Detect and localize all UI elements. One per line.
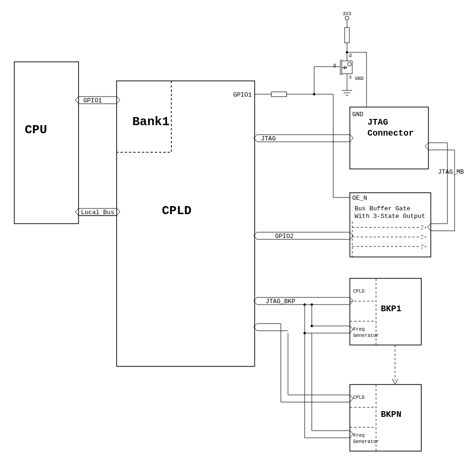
jtagmb-bus <box>425 143 455 231</box>
conn-gnd-label: GND <box>352 111 364 118</box>
mosfet-s: s <box>349 75 352 80</box>
resistor-r1 <box>345 28 349 43</box>
buffer-l2: With 3-State Output <box>355 213 425 220</box>
cpld-label: CPLD <box>162 204 191 218</box>
cpu-label: CPU <box>25 123 47 137</box>
gpio2-label: GPIO2 <box>275 233 294 240</box>
buffer-block <box>350 193 431 257</box>
buffer-int-2 <box>352 235 426 239</box>
buffer-oe: OE_N <box>352 195 367 202</box>
bkpn-fg2: Generator <box>353 439 379 444</box>
jtag-conn-l2: Connector <box>367 128 414 138</box>
bkpn-freq-bus <box>305 333 353 438</box>
fork3 <box>304 332 306 335</box>
mosfet-g: g <box>333 63 336 68</box>
jtag-conn-l1: JTAG <box>367 118 388 127</box>
v33-label: 3V3 <box>343 11 351 17</box>
gpio2-bus <box>254 232 353 239</box>
bkpn-cpld-bus <box>254 324 353 402</box>
fork1 <box>304 304 306 306</box>
bkp1-name: BKP1 <box>381 304 401 314</box>
fork4 <box>311 325 313 327</box>
bkp1-fg1: Freq <box>353 327 365 332</box>
node-d <box>346 51 348 54</box>
v33-node <box>345 16 349 20</box>
resistor-r2 <box>271 92 287 97</box>
fork2 <box>311 304 313 306</box>
buffer-l1: Bus Buffer Gate <box>355 205 410 212</box>
gnd-symbol <box>342 81 352 95</box>
mosfet-d: d <box>349 53 352 59</box>
gnd-text-top: GND <box>355 76 364 81</box>
jtag-label: JTAG <box>261 135 276 142</box>
jtagbkp-label: JTAG_BKP <box>266 298 296 305</box>
bkp1-fg2: Generator <box>353 333 379 338</box>
cpu-block <box>14 62 79 224</box>
jtagmb-label: JTAG_MB <box>438 168 464 176</box>
node-to-oe <box>314 94 350 197</box>
bkp1-cpld: CPLD <box>353 289 365 294</box>
gpio1-left-label: GPIO1 <box>83 97 102 104</box>
bkpn-cpld: CPLD <box>353 395 365 400</box>
schematic-diagram: CPU CPLD Bank1 JTAG Connector OE_N Bus B… <box>0 0 476 463</box>
buffer-int-1 <box>352 226 426 229</box>
mosfet-diode <box>347 62 351 66</box>
bank1-label: Bank1 <box>132 115 169 129</box>
buffer-int-3 <box>352 245 426 248</box>
bkp1-freq-bus <box>305 305 353 333</box>
bkpn-fg1: Freq <box>353 433 365 438</box>
localbus-label: Local Bus <box>81 209 114 216</box>
bkpn-name: BKPN <box>381 410 401 419</box>
gpio1-right-label: GPIO1 <box>233 91 252 99</box>
